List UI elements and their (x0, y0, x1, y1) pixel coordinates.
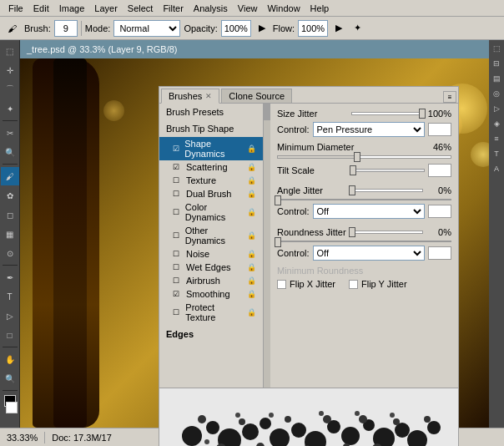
right-tool-7[interactable]: ≡ (490, 132, 503, 145)
right-tool-3[interactable]: ▤ (490, 72, 503, 85)
roundness-jitter-slider[interactable] (351, 231, 424, 234)
angle-control-select[interactable]: Off (313, 204, 425, 219)
canvas-title: _tree.psd @ 33.3% (Layer 9, RGB/8) (27, 44, 178, 54)
tool-divider-5 (3, 390, 18, 391)
right-tool-4[interactable]: ◎ (490, 87, 503, 100)
flow-input[interactable] (298, 20, 328, 37)
flow-arrow[interactable]: ▶ (331, 20, 346, 36)
min-roundness-row: Minimum Roundness (277, 266, 451, 276)
left-toolbox: ⬚ ✛ ⌒ ✦ ✂ 🔍 🖌 ✿ ◻ ▦ ⊙ ✒ T ▷ □ ✋ 🔍 (0, 40, 20, 428)
tab-brushes-close[interactable]: ✕ (205, 92, 212, 100)
brush-label: Brush: (24, 23, 51, 33)
roundness-control-row: Control: Off (277, 246, 451, 261)
tool-eraser[interactable]: ◻ (1, 205, 19, 224)
size-jitter-slider[interactable] (351, 112, 424, 115)
menu-layer[interactable]: Layer (89, 2, 123, 15)
check-scattering: ☑ (173, 163, 183, 171)
tool-clone[interactable]: ✿ (1, 186, 19, 205)
tool-move[interactable]: ✛ (1, 61, 19, 79)
angle-control-input[interactable] (428, 205, 451, 218)
menu-image[interactable]: Image (54, 2, 90, 15)
tool-magic-wand[interactable]: ✦ (1, 99, 19, 118)
size-jitter-row: Size Jitter 100% (277, 109, 451, 119)
angle-jitter-value: 0% (426, 185, 451, 195)
brush-preview-area (159, 388, 458, 446)
left-scrollbar[interactable] (264, 104, 270, 388)
list-item-smoothing[interactable]: ☑ Smoothing 🔒 (159, 287, 263, 301)
flip-y-checkbox[interactable] (349, 280, 358, 289)
tilt-scale-slider[interactable] (352, 169, 426, 172)
size-control-input[interactable] (428, 123, 451, 136)
brush-tip-shape-header[interactable]: Brush Tip Shape (159, 120, 263, 137)
tool-path[interactable]: ▷ (1, 307, 19, 325)
svg-point-4 (242, 423, 259, 440)
roundness-control-select[interactable]: Off (313, 246, 425, 261)
tool-brush[interactable]: 🖌 (1, 167, 19, 185)
size-control-select[interactable]: Pen Pressure (313, 122, 425, 137)
flip-x-checkbox[interactable] (277, 280, 286, 289)
list-item-dual-brush[interactable]: ☐ Dual Brush 🔒 (159, 187, 263, 200)
menu-filter[interactable]: Filter (158, 2, 188, 15)
right-tool-2[interactable]: ⊟ (490, 57, 503, 70)
tab-brushes[interactable]: Brushes ✕ (161, 89, 219, 104)
angle-jitter-thumb[interactable] (275, 195, 281, 205)
brush-size-input[interactable] (54, 20, 78, 37)
svg-point-36 (390, 413, 395, 418)
tool-hand[interactable]: ✋ (1, 350, 19, 368)
tool-crop[interactable]: ✂ (1, 124, 19, 142)
right-tool-8[interactable]: T (490, 147, 503, 160)
menu-view[interactable]: View (233, 2, 263, 15)
min-roundness-label: Minimum Roundness (277, 266, 451, 276)
list-item-protect-texture[interactable]: ☐ Protect Texture 🔒 (159, 301, 263, 324)
list-item-texture[interactable]: ☐ Texture 🔒 (159, 174, 263, 187)
angle-jitter-slider[interactable] (351, 189, 424, 192)
tool-shape[interactable]: □ (1, 326, 19, 344)
menu-edit[interactable]: Edit (28, 2, 54, 15)
list-item-scattering[interactable]: ☑ Scattering 🔒 (159, 160, 263, 174)
tool-gradient[interactable]: ▦ (1, 225, 19, 243)
list-item-wet-edges[interactable]: ☐ Wet Edges 🔒 (159, 261, 263, 274)
scrollbar-thumb[interactable] (264, 104, 270, 120)
right-tool-6[interactable]: ◈ (490, 117, 503, 130)
tool-marquee[interactable]: ⬚ (1, 42, 19, 60)
brush-tool-btn[interactable]: 🖌 (3, 21, 21, 36)
list-item-color-dynamics[interactable]: ☐ Color Dynamics 🔒 (159, 200, 263, 224)
menu-select[interactable]: Select (123, 2, 159, 15)
opacity-label: Opacity: (184, 23, 217, 33)
brush-presets-header[interactable]: Brush Presets (159, 104, 263, 120)
list-item-noise[interactable]: ☐ Noise 🔒 (159, 247, 263, 261)
min-diameter-slider[interactable] (277, 155, 451, 159)
roundness-jitter-row: Roundness Jitter 0% (277, 227, 451, 237)
right-tool-1[interactable]: ⬚ (490, 42, 503, 55)
airbrush-btn[interactable]: ✦ (350, 20, 365, 36)
background-color[interactable] (6, 402, 18, 413)
tool-lasso[interactable]: ⌒ (1, 80, 19, 99)
opacity-arrow[interactable]: ▶ (255, 20, 270, 36)
panel-content: Brush Presets Brush Tip Shape ☑ Shape Dy… (159, 104, 458, 388)
tool-zoom[interactable]: 🔍 (1, 369, 19, 388)
list-item-shape-dynamics[interactable]: ☑ Shape Dynamics 🔒 (159, 137, 263, 160)
menu-file[interactable]: File (3, 2, 28, 15)
tilt-scale-input[interactable] (428, 164, 451, 177)
right-tool-5[interactable]: ▷ (490, 102, 503, 115)
angle-jitter-slider-bar[interactable] (277, 199, 451, 200)
opacity-input[interactable] (221, 20, 251, 37)
main-area: ⬚ ✛ ⌒ ✦ ✂ 🔍 🖌 ✿ ◻ ▦ ⊙ ✒ T ▷ □ ✋ 🔍 _tree.… (0, 40, 504, 428)
right-tool-9[interactable]: A (490, 162, 503, 175)
tool-pen[interactable]: ✒ (1, 268, 19, 286)
roundness-jitter-thumb[interactable] (275, 237, 281, 247)
menu-analysis[interactable]: Analysis (189, 2, 233, 15)
tool-text[interactable]: T (1, 287, 19, 306)
min-diameter-value: 46% (426, 142, 451, 152)
tool-eyedropper[interactable]: 🔍 (1, 143, 19, 161)
menu-help[interactable]: Help (305, 2, 335, 15)
tab-clone-source[interactable]: Clone Source (221, 89, 292, 103)
list-item-other-dynamics[interactable]: ☐ Other Dynamics 🔒 (159, 224, 263, 247)
tool-dodge[interactable]: ⊙ (1, 244, 19, 262)
panel-collapse[interactable]: ≡ (443, 91, 456, 103)
roundness-jitter-slider-bar[interactable] (277, 241, 451, 242)
menu-window[interactable]: Window (262, 2, 305, 15)
roundness-control-input[interactable] (428, 246, 451, 260)
mode-select[interactable]: Normal (113, 20, 180, 37)
list-item-airbrush[interactable]: ☐ Airbrush 🔒 (159, 274, 263, 287)
